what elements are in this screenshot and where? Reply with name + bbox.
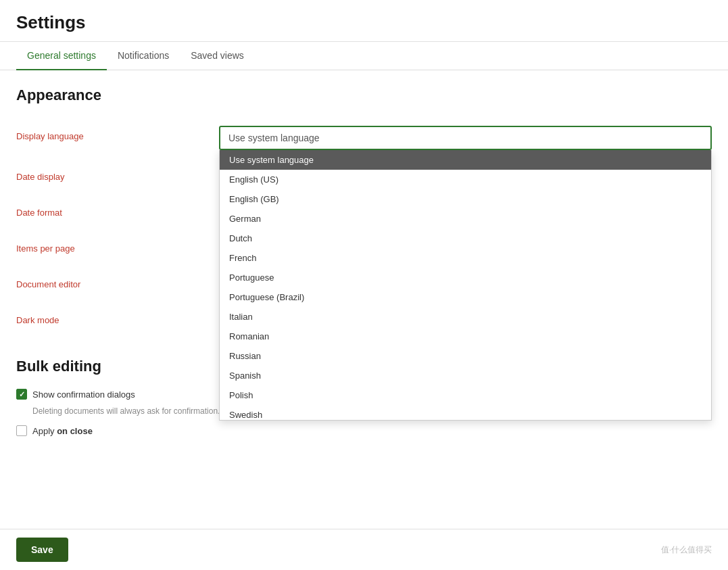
dropdown-item-german[interactable]: German [220,209,711,229]
footer-bar: Save 值·什么值得买 [0,529,728,570]
tab-general-settings[interactable]: General settings [16,42,107,70]
display-language-label: Display language [16,118,219,153]
dropdown-item-portuguese[interactable]: Portuguese [220,268,711,287]
dark-mode-label: Dark mode [16,302,219,337]
dropdown-item-romanian[interactable]: Romanian [220,327,711,346]
document-editor-label: Document editor [16,266,219,302]
watermark: 值·什么值得买 [661,544,712,556]
apply-on-close-label: Apply on close [32,426,93,436]
dropdown-item-english-us[interactable]: English (US) [220,170,711,189]
dropdown-item-use-system-language[interactable]: Use system language [220,150,711,170]
show-confirmation-checkbox[interactable]: ✓ [16,389,27,400]
tabs-bar: General settings Notifications Saved vie… [0,42,728,70]
dropdown-item-english-gb[interactable]: English (GB) [220,189,711,209]
tab-saved-views[interactable]: Saved views [180,42,255,70]
dropdown-item-polish[interactable]: Polish [220,385,711,405]
apply-on-close-label-bold: on close [57,426,93,436]
page-header: Settings [0,0,728,42]
items-per-page-label: Items per page [16,230,219,266]
dropdown-item-dutch[interactable]: Dutch [220,229,711,248]
page-title: Settings [16,12,712,33]
check-icon-2: ✓ [19,390,25,399]
apply-on-close-row: Apply on close [16,425,712,436]
date-format-label: Date format [16,194,219,230]
display-language-dropdown[interactable]: Use system language Use system language … [219,126,712,150]
show-confirmation-label: Show confirmation dialogs [32,389,135,400]
page-container: Settings General settings Notifications … [0,0,728,570]
tab-notifications[interactable]: Notifications [107,42,180,70]
dropdown-item-french[interactable]: French [220,248,711,268]
dropdown-item-swedish[interactable]: Swedish [220,405,711,421]
display-language-control: Use system language Use system language … [219,118,712,158]
save-button[interactable]: Save [16,538,68,562]
dropdown-item-spanish[interactable]: Spanish [220,366,711,385]
dropdown-item-italian[interactable]: Italian [220,307,711,327]
date-display-label: Date display [16,158,219,194]
display-language-selected[interactable]: Use system language [219,126,712,150]
dropdown-list: Use system language English (US) English… [219,150,712,421]
appearance-grid: Display language Use system language Use… [16,118,712,337]
content-area: Appearance Display language Use system l… [0,70,728,497]
apply-on-close-checkbox[interactable] [16,425,27,436]
dropdown-item-portuguese-brazil[interactable]: Portuguese (Brazil) [220,287,711,307]
dropdown-item-russian[interactable]: Russian [220,346,711,366]
appearance-section-title: Appearance [16,87,712,104]
